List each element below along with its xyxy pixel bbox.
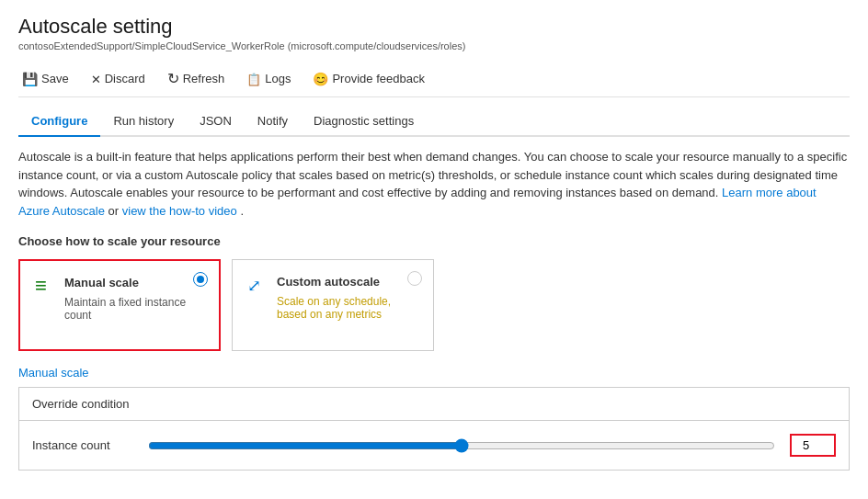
refresh-label: Refresh (183, 72, 225, 85)
manual-scale-label: Manual scale (18, 366, 850, 380)
refresh-button[interactable]: Refresh (164, 68, 229, 89)
custom-autoscale-card[interactable]: Custom autoscale Scale on any schedule, … (232, 259, 434, 351)
instance-count-label: Instance count (32, 438, 133, 452)
custom-radio[interactable] (407, 271, 422, 286)
scale-section-title: Choose how to scale your resource (18, 234, 850, 248)
custom-card-desc: Scale on any schedule, based on any metr… (277, 295, 418, 321)
manual-radio[interactable] (193, 272, 208, 287)
tab-run-history[interactable]: Run history (100, 107, 187, 137)
manual-scale-card[interactable]: Manual scale Maintain a fixed instance c… (18, 259, 221, 351)
tab-diagnostic[interactable]: Diagnostic settings (301, 107, 427, 137)
discard-button[interactable]: Discard (87, 70, 149, 88)
scale-options: Manual scale Maintain a fixed instance c… (18, 259, 850, 351)
manual-card-desc: Maintain a fixed instance count (64, 296, 204, 322)
save-icon (22, 72, 38, 86)
instance-count-slider[interactable] (148, 438, 775, 453)
manual-scale-icon (35, 274, 55, 290)
tab-bar: Configure Run history JSON Notify Diagno… (18, 107, 850, 137)
manual-card-title: Manual scale (64, 276, 139, 289)
logs-icon (246, 72, 261, 86)
discard-icon (91, 72, 101, 86)
description-text: Autoscale is a built-in feature that hel… (18, 148, 850, 220)
tab-configure[interactable]: Configure (18, 107, 100, 137)
custom-card-header: Custom autoscale (247, 273, 418, 289)
condition-box: Override condition Instance count (18, 387, 850, 471)
discard-label: Discard (105, 72, 145, 85)
save-button[interactable]: Save (18, 70, 73, 88)
save-label: Save (41, 72, 69, 85)
page-title: Autoscale setting (18, 15, 850, 39)
condition-body: Instance count (19, 421, 849, 470)
condition-header: Override condition (19, 388, 849, 421)
manual-card-header: Manual scale (35, 274, 204, 290)
custom-autoscale-icon (247, 273, 268, 289)
logs-label: Logs (265, 72, 291, 85)
feedback-icon (313, 72, 328, 86)
howto-video-link[interactable]: view the how-to video (122, 204, 237, 218)
logs-button[interactable]: Logs (243, 70, 294, 88)
toolbar: Save Discard Refresh Logs Provide feedba… (18, 61, 850, 97)
custom-card-title: Custom autoscale (277, 275, 380, 289)
refresh-icon (167, 70, 179, 87)
instance-count-input[interactable] (790, 434, 836, 457)
tab-notify[interactable]: Notify (245, 107, 301, 137)
feedback-label: Provide feedback (332, 72, 424, 85)
tab-json[interactable]: JSON (187, 107, 245, 137)
breadcrumb: contosoExtendedSupport/SimpleCloudServic… (18, 40, 850, 51)
feedback-button[interactable]: Provide feedback (309, 70, 428, 88)
instance-slider-container (148, 438, 775, 453)
